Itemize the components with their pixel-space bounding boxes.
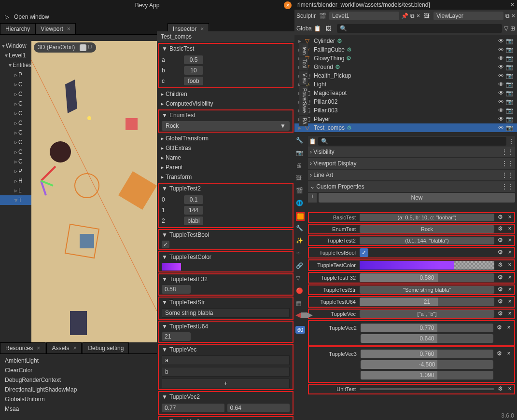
resource-item[interactable]: Msaa [2, 404, 155, 414]
vtab-tool[interactable]: Tool [299, 57, 308, 70]
component-header[interactable]: ▼TuppleTestBool [159, 230, 293, 240]
field-0[interactable]: 0.1 [184, 195, 203, 204]
eye-icon[interactable]: 👁 [498, 116, 504, 122]
close-icon[interactable]: × [284, 1, 292, 9]
component-header[interactable]: ▼TuppleTestF32 [159, 274, 293, 284]
camera-icon[interactable]: 📷 [506, 55, 513, 62]
output-tab-icon[interactable]: 🖨 [296, 162, 305, 171]
outliner-item[interactable]: ▸⬚Player👁📷 [294, 115, 517, 123]
world-tab-icon[interactable]: 🌐 [296, 200, 305, 208]
display-mode-icon[interactable]: 🖼 [325, 25, 335, 32]
component-header[interactable]: ▼TuppleVec3 [159, 417, 293, 420]
frame-number[interactable]: 60 [295, 326, 305, 334]
gear-icon[interactable]: ⚙ [496, 214, 504, 221]
hierarchy-item[interactable]: ▾Window [0, 41, 34, 51]
vtab-view[interactable]: View [299, 71, 308, 86]
component-header[interactable]: ▼EnumTest [159, 110, 293, 120]
eye-icon[interactable]: 👁 [498, 38, 504, 44]
component-header[interactable]: ▸Children [157, 89, 294, 99]
physics-tab-icon[interactable]: ⚛ [296, 250, 305, 258]
hierarchy-item[interactable]: ▹H [0, 176, 34, 186]
component-header[interactable]: ▸GlobalTransform [157, 134, 294, 143]
resource-item[interactable]: ClearColor [2, 366, 155, 375]
gear-icon[interactable]: ⚙ [495, 350, 503, 358]
vec2-x[interactable]: 0.77 [162, 404, 224, 412]
modifier-tab-icon[interactable]: 🔧 [296, 225, 305, 233]
particle-tab-icon[interactable]: ✨ [296, 237, 305, 246]
material-tab-icon[interactable]: 🔴 [296, 287, 305, 296]
vec2-y[interactable]: 0.64 [227, 404, 290, 412]
text-field[interactable]: (0.1, 144, "blabla") [360, 237, 494, 244]
text-field[interactable]: "Some string blabla" [360, 286, 494, 294]
viewlayer-name[interactable]: ViewLayer [433, 12, 503, 20]
gear-icon[interactable]: ⚙ [496, 274, 504, 282]
gear-icon[interactable]: ⚙ [496, 310, 504, 318]
camera-icon[interactable]: 📷 [506, 38, 513, 44]
hierarchy-item[interactable]: ▹C [0, 108, 34, 118]
component-header[interactable]: ▸ComputedVisibility [157, 99, 294, 108]
close-icon[interactable]: × [511, 1, 514, 8]
close-icon[interactable]: × [506, 286, 514, 294]
hierarchy-item[interactable]: ▹P [0, 70, 34, 80]
field-1[interactable]: 144 [184, 206, 203, 215]
hierarchy-item[interactable]: ▹C [0, 89, 34, 99]
eye-icon[interactable]: 👁 [498, 46, 504, 53]
vec-field[interactable]: 0.770 [361, 324, 493, 332]
texture-tab-icon[interactable]: ▦ [296, 300, 305, 309]
component-header[interactable]: ▼TuppleTestStr [159, 298, 293, 307]
text-field[interactable]: (a: 0.5, b: 10, c: "foobar") [360, 214, 494, 221]
gear-icon[interactable]: ⚙ [496, 385, 504, 393]
vec-field[interactable]: 0.640 [361, 334, 493, 343]
outliner-icon[interactable]: 📋 [314, 25, 323, 32]
panel-line-art[interactable]: › Line Art⋮⋮ [308, 170, 515, 180]
slider-field[interactable]: 0.580 [360, 273, 494, 282]
tab-hierarchy[interactable]: Hierarchy [0, 23, 35, 34]
resource-item[interactable]: DirectionalLightShadowMap [2, 385, 155, 394]
close-icon[interactable]: × [506, 385, 514, 393]
component-header[interactable]: ▼TuppleTest2 [159, 184, 293, 193]
close-icon[interactable]: × [506, 274, 514, 282]
close-icon[interactable]: × [506, 310, 514, 318]
component-header[interactable]: ▸Transform [157, 172, 294, 182]
close-icon[interactable]: × [506, 237, 514, 244]
camera-icon[interactable]: 📷 [506, 90, 513, 96]
eye-icon[interactable]: 👁 [498, 90, 504, 96]
outliner-item[interactable]: ▸⬚Pillar.002👁📷 [294, 97, 517, 106]
gear-icon[interactable]: ⚙ [496, 225, 504, 233]
panel-visibility[interactable]: › Visibility⋮⋮ [308, 147, 515, 157]
hierarchy-item[interactable]: ▹C [0, 80, 34, 89]
eye-icon[interactable]: 👁 [498, 64, 504, 70]
gear-icon[interactable]: ⚙ [496, 237, 504, 244]
outliner-item[interactable]: ▸☀Light👁📷 [294, 80, 517, 89]
pin-icon[interactable]: 📌 [401, 13, 408, 19]
view-tab-icon[interactable]: 🖼 [296, 175, 305, 183]
gear-icon[interactable]: ⚙ [495, 324, 503, 332]
vtab-ra[interactable]: RA [299, 116, 308, 126]
component-header[interactable]: ▼TuppleVec [159, 345, 293, 354]
outliner-item[interactable]: ▸▽GlowyThing⚙👁📷 [294, 54, 517, 63]
hierarchy-item[interactable]: ▹C [0, 118, 34, 128]
panel-custom-props[interactable]: ⌄ Custom Properties⋮⋮ [308, 181, 515, 192]
new-collection-icon[interactable]: ⊞ [510, 25, 515, 32]
render-tab-icon[interactable]: 📷 [296, 149, 305, 158]
outliner-item[interactable]: ▸▽Cylinder⚙👁📷 [294, 37, 517, 45]
outliner-item[interactable]: ▸⬚Health_Pickup👁📷 [294, 71, 517, 80]
component-header[interactable]: ▸Name [157, 153, 294, 163]
hierarchy-item[interactable]: ▹C [0, 99, 34, 108]
data-tab-icon[interactable]: ▽ [296, 275, 305, 284]
component-header[interactable]: ▼TuppleTestColor [159, 252, 293, 262]
constraint-tab-icon[interactable]: 🔗 [296, 262, 305, 271]
scene-name[interactable]: Level1 [329, 12, 399, 20]
tab-debug[interactable]: Debug setting [83, 342, 129, 353]
search-input[interactable]: 🔍 [318, 137, 506, 146]
gear-icon[interactable]: ⚙ [496, 249, 504, 257]
viewport-3d[interactable] [31, 41, 157, 342]
camera-icon[interactable]: 📷 [506, 46, 513, 53]
camera-icon[interactable]: 📷 [506, 81, 513, 88]
f32-field[interactable]: 0.58 [162, 285, 191, 294]
outliner-item[interactable]: ▸▽Ground⚙👁📷 [294, 63, 517, 71]
field-2[interactable]: blabl [184, 217, 203, 225]
new-button[interactable]: New [319, 193, 515, 203]
resource-item[interactable]: AmbientLight [2, 356, 155, 366]
close-icon[interactable]: × [417, 13, 420, 19]
